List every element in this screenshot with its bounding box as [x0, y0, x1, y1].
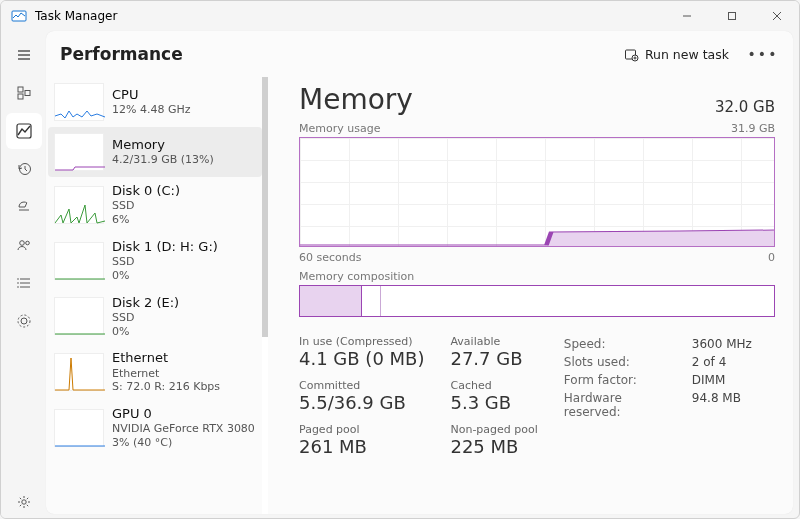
nav-details-icon[interactable]: [6, 265, 42, 301]
stats-column-2: Available 27.7 GB Cached 5.3 GB Non-page…: [450, 335, 537, 457]
resource-item-cpu[interactable]: CPU12% 4.48 GHz: [46, 77, 268, 127]
scrollbar-thumb[interactable]: [262, 77, 268, 337]
svg-point-15: [25, 241, 29, 245]
memory-total: 32.0 GB: [715, 98, 775, 116]
content-area: Performance Run new task ••• CPU12% 4.48…: [46, 31, 793, 514]
ethernet-thumb-graph: [54, 353, 104, 391]
composition-in-use: [300, 286, 362, 316]
nonpaged-value: 225 MB: [450, 436, 537, 457]
svg-point-22: [21, 318, 27, 324]
toolbar: Performance Run new task •••: [46, 31, 793, 77]
resource-sub2: S: 72.0 R: 216 Kbps: [112, 380, 220, 394]
form-key: Form factor:: [564, 373, 674, 387]
window-controls: [664, 1, 799, 31]
resource-name: Memory: [112, 137, 214, 153]
hamburger-icon[interactable]: [6, 37, 42, 73]
svg-point-24: [21, 500, 25, 504]
form-value: DIMM: [692, 373, 726, 387]
close-button[interactable]: [754, 1, 799, 31]
resource-sub: SSD: [112, 311, 179, 325]
titlebar: Task Manager: [1, 1, 799, 31]
resource-sub2: 0%: [112, 325, 179, 339]
svg-point-23: [18, 315, 30, 327]
hwres-value: 94.8 MB: [692, 391, 741, 419]
resource-item-memory[interactable]: Memory4.2/31.9 GB (13%): [48, 127, 262, 177]
resource-list: CPU12% 4.48 GHz Memory4.2/31.9 GB (13%) …: [46, 77, 269, 514]
nonpaged-label: Non-paged pool: [450, 423, 537, 436]
stats-column-1: In use (Compressed) 4.1 GB (0 MB) Commit…: [299, 335, 424, 457]
cached-value: 5.3 GB: [450, 392, 537, 413]
slots-key: Slots used:: [564, 355, 674, 369]
page-title: Performance: [60, 44, 183, 64]
nav-settings-icon[interactable]: [6, 484, 42, 519]
resource-sub2: 6%: [112, 213, 180, 227]
in-use-value: 4.1 GB (0 MB): [299, 348, 424, 369]
slots-value: 2 of 4: [692, 355, 726, 369]
svg-rect-2: [728, 13, 735, 20]
svg-point-19: [17, 278, 19, 280]
disk0-thumb-graph: [54, 186, 104, 224]
in-use-label: In use (Compressed): [299, 335, 424, 348]
resource-item-ethernet[interactable]: EthernetEthernetS: 72.0 R: 216 Kbps: [46, 344, 268, 400]
nav-processes-icon[interactable]: [6, 75, 42, 111]
nav-users-icon[interactable]: [6, 227, 42, 263]
svg-point-21: [17, 286, 19, 288]
resource-item-disk0[interactable]: Disk 0 (C:)SSD6%: [46, 177, 268, 233]
resource-name: GPU 0: [112, 406, 255, 422]
svg-rect-9: [18, 94, 23, 99]
disk2-thumb-graph: [54, 297, 104, 335]
resource-sub: NVIDIA GeForce RTX 3080: [112, 422, 255, 436]
committed-label: Committed: [299, 379, 424, 392]
disk1-thumb-graph: [54, 242, 104, 280]
resource-name: Disk 0 (C:): [112, 183, 180, 199]
detail-title: Memory: [299, 83, 413, 116]
composition-modified: [362, 286, 381, 316]
resource-item-disk1[interactable]: Disk 1 (D: H: G:)SSD0%: [46, 233, 268, 289]
resource-sub2: 3% (40 °C): [112, 436, 255, 450]
nav-rail: [1, 31, 46, 519]
resource-sub: Ethernet: [112, 367, 220, 381]
run-new-task-button[interactable]: Run new task: [614, 41, 739, 68]
detail-panel: Memory 32.0 GB Memory usage 31.9 GB 60 s…: [269, 77, 793, 514]
resource-item-gpu0[interactable]: GPU 0NVIDIA GeForce RTX 30803% (40 °C): [46, 400, 268, 456]
svg-point-20: [17, 282, 19, 284]
hwres-key: Hardware reserved:: [564, 391, 674, 419]
resource-name: Disk 2 (E:): [112, 295, 179, 311]
gpu-thumb-graph: [54, 409, 104, 447]
available-value: 27.7 GB: [450, 348, 537, 369]
nav-services-icon[interactable]: [6, 303, 42, 339]
svg-point-14: [19, 241, 24, 246]
usage-max: 31.9 GB: [731, 122, 775, 135]
minimize-button[interactable]: [664, 1, 709, 31]
nav-startup-icon[interactable]: [6, 189, 42, 225]
maximize-button[interactable]: [709, 1, 754, 31]
axis-left: 60 seconds: [299, 251, 361, 264]
resource-sub: SSD: [112, 255, 218, 269]
cpu-thumb-graph: [54, 83, 104, 121]
memory-usage-graph[interactable]: [299, 137, 775, 247]
cached-label: Cached: [450, 379, 537, 392]
more-options-button[interactable]: •••: [747, 46, 779, 62]
axis-right: 0: [768, 251, 775, 264]
available-label: Available: [450, 335, 537, 348]
resource-name: Ethernet: [112, 350, 220, 366]
nav-history-icon[interactable]: [6, 151, 42, 187]
svg-rect-8: [18, 87, 23, 92]
composition-label: Memory composition: [299, 270, 775, 283]
window-title: Task Manager: [35, 9, 117, 23]
nav-performance-icon[interactable]: [6, 113, 42, 149]
paged-value: 261 MB: [299, 436, 424, 457]
run-task-icon: [624, 47, 639, 62]
speed-value: 3600 MHz: [692, 337, 752, 351]
resource-name: Disk 1 (D: H: G:): [112, 239, 218, 255]
memory-composition-bar[interactable]: [299, 285, 775, 317]
usage-label: Memory usage: [299, 122, 380, 135]
run-task-label: Run new task: [645, 47, 729, 62]
svg-marker-32: [546, 230, 774, 246]
resource-sub2: 0%: [112, 269, 218, 283]
resource-item-disk2[interactable]: Disk 2 (E:)SSD0%: [46, 289, 268, 345]
resource-sub: SSD: [112, 199, 180, 213]
resource-name: CPU: [112, 87, 191, 103]
stats-column-specs: Speed:3600 MHz Slots used:2 of 4 Form fa…: [564, 337, 752, 457]
memory-thumb-graph: [54, 133, 104, 171]
